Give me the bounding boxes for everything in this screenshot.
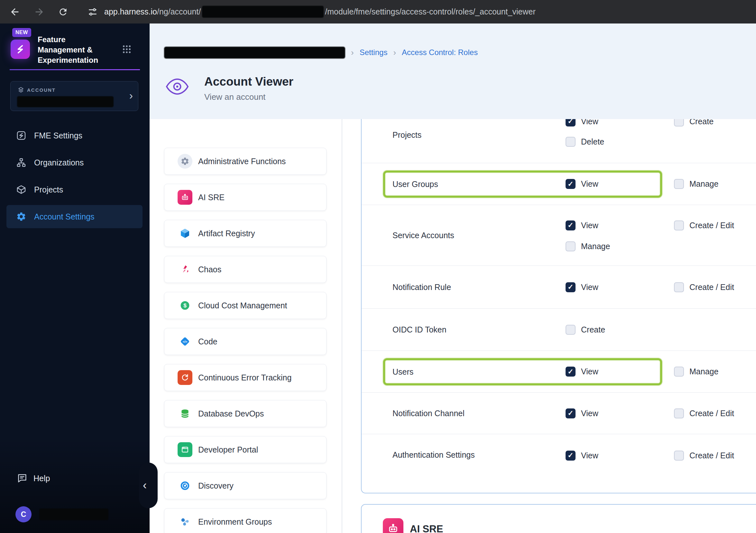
green-highlight-marker	[383, 358, 662, 385]
breadcrumb-link-settings[interactable]: Settings	[360, 48, 388, 57]
module-card-artifact-registry[interactable]: Artifact Registry	[164, 220, 327, 247]
chevron-left-icon: ‹	[143, 479, 147, 492]
permission-row-notification-rule: Notification Rule View Create / Edit	[362, 266, 756, 308]
url-account-path: /ng/account/	[157, 7, 201, 16]
resource-name: Service Accounts	[392, 231, 454, 240]
sidebar-item-projects[interactable]: Projects	[0, 176, 149, 203]
permission-cell: View	[566, 220, 598, 231]
checkbox-label: View	[581, 283, 598, 292]
module-card-database-devops[interactable]: Database DevOps	[164, 400, 327, 427]
module-card-chaos[interactable]: Chaos	[164, 256, 327, 283]
resource-name: OIDC ID Token	[392, 325, 446, 334]
checkbox-label: Delete	[581, 137, 604, 147]
permissions-panel: Projects View Create Delete	[361, 119, 756, 493]
checkbox-label: View	[581, 451, 598, 460]
permission-row-projects: Projects View Create Delete	[362, 119, 756, 163]
permission-row-authentication-settings: Authentication Settings View Create / Ed…	[362, 434, 756, 494]
breadcrumb-link-roles[interactable]: Access Control: Roles	[402, 48, 478, 57]
view-checkbox[interactable]	[566, 220, 576, 231]
administrative-functions-icon	[177, 154, 192, 169]
permission-cell: Manage	[674, 179, 718, 189]
sidebar-nav: FME Settings Organizations Projects Acco…	[0, 122, 149, 230]
resource-name: Notification Channel	[392, 409, 465, 418]
back-icon[interactable]	[9, 6, 21, 18]
module-card-administrative-functions[interactable]: Administrative Functions	[164, 148, 327, 175]
permission-row-users: Users View Manage	[362, 351, 756, 392]
view-checkbox[interactable]	[566, 282, 576, 292]
create-checkbox[interactable]	[566, 325, 576, 335]
view-checkbox[interactable]	[566, 408, 576, 418]
checkbox-label: View	[581, 367, 598, 376]
module-label: Administrative Functions	[198, 157, 286, 166]
module-card-continuous-error-tracking[interactable]: Continuous Error Tracking	[164, 364, 327, 391]
checkbox-label: View	[581, 119, 598, 126]
continuous-error-tracking-icon	[177, 370, 192, 385]
view-checkbox[interactable]	[566, 451, 576, 461]
permission-cell: View	[566, 119, 598, 127]
browser-toolbar: app.harness.io/ng/account//module/fme/se…	[0, 0, 756, 23]
sidebar: NEW Feature Management & Experimentation…	[0, 23, 149, 533]
checkbox-label: Manage	[689, 367, 718, 376]
main-area: Administrative Functions AI SRE Artifact…	[149, 23, 756, 533]
manage-checkbox[interactable]	[566, 241, 576, 251]
create-edit-checkbox[interactable]	[674, 451, 684, 461]
module-card-cloud-cost-management[interactable]: $ Cloud Cost Management	[164, 292, 327, 319]
permission-cell: Create	[674, 119, 714, 127]
content-area: Administrative Functions AI SRE Artifact…	[149, 119, 756, 533]
checkbox-label: Create	[689, 119, 714, 126]
url-domain: app.harness.io	[104, 7, 157, 16]
create-checkbox[interactable]	[674, 119, 684, 126]
chaos-icon	[177, 262, 192, 277]
delete-checkbox[interactable]	[566, 137, 576, 147]
site-settings-icon[interactable]	[87, 6, 98, 18]
resource-name: Projects	[392, 130, 421, 140]
organizations-icon	[15, 157, 27, 168]
sidebar-collapse-handle[interactable]: ‹	[139, 463, 158, 508]
module-label: Chaos	[198, 265, 221, 274]
avatar[interactable]: C	[15, 506, 32, 522]
module-label: Artifact Registry	[198, 229, 255, 238]
sidebar-item-organizations[interactable]: Organizations	[0, 149, 149, 176]
help-button[interactable]: Help	[0, 467, 149, 490]
projects-icon	[15, 184, 27, 195]
breadcrumb-separator: ›	[393, 48, 396, 58]
account-selector[interactable]: ACCOUNT ›	[10, 81, 138, 111]
sidebar-item-label: FME Settings	[34, 131, 82, 140]
view-checkbox[interactable]	[566, 179, 576, 189]
module-card-developer-portal[interactable]: Developer Portal	[164, 436, 327, 463]
permission-cell: Create / Edit	[674, 450, 734, 461]
module-card-ai-sre[interactable]: AI SRE	[164, 184, 327, 211]
address-bar[interactable]: app.harness.io/ng/account//module/fme/se…	[104, 6, 536, 18]
role-title-block: Account Viewer View an account	[165, 74, 293, 102]
cloud-cost-management-icon: $	[177, 298, 192, 313]
module-card-code[interactable]: </> Code	[164, 328, 327, 355]
product-title: Feature Management & Experimentation	[38, 35, 115, 65]
create-edit-checkbox[interactable]	[674, 282, 684, 292]
page-subtitle: View an account	[204, 92, 293, 102]
help-chat-icon	[17, 473, 28, 484]
permission-cell: View	[566, 450, 598, 461]
module-label: Discovery	[198, 481, 233, 491]
new-badge: NEW	[12, 28, 31, 37]
fme-settings-icon	[15, 130, 27, 141]
create-edit-checkbox[interactable]	[674, 408, 684, 418]
sidebar-item-fme-settings[interactable]: FME Settings	[0, 122, 149, 149]
module-card-discovery[interactable]: Discovery	[164, 472, 327, 499]
manage-checkbox[interactable]	[674, 179, 684, 189]
manage-checkbox[interactable]	[674, 367, 684, 377]
apps-grid-icon[interactable]	[122, 44, 132, 54]
module-card-environment-groups[interactable]: Environment Groups	[164, 508, 327, 533]
page-header: › Settings › Access Control: Roles Accou…	[149, 23, 756, 119]
permission-cell: Manage	[674, 366, 718, 377]
sidebar-item-account-settings[interactable]: Account Settings	[0, 203, 149, 230]
reload-icon[interactable]	[57, 6, 69, 18]
permission-row-oidc-id-token: OIDC ID Token Create	[362, 308, 756, 351]
user-profile[interactable]: C	[0, 505, 149, 524]
ai-sre-icon	[177, 190, 192, 205]
view-checkbox[interactable]	[566, 119, 576, 126]
create-edit-checkbox[interactable]	[674, 220, 684, 231]
checkbox-label: Create	[581, 325, 605, 334]
permission-cell: Create / Edit	[674, 282, 734, 293]
view-checkbox[interactable]	[566, 367, 576, 377]
forward-icon[interactable]	[34, 6, 45, 18]
